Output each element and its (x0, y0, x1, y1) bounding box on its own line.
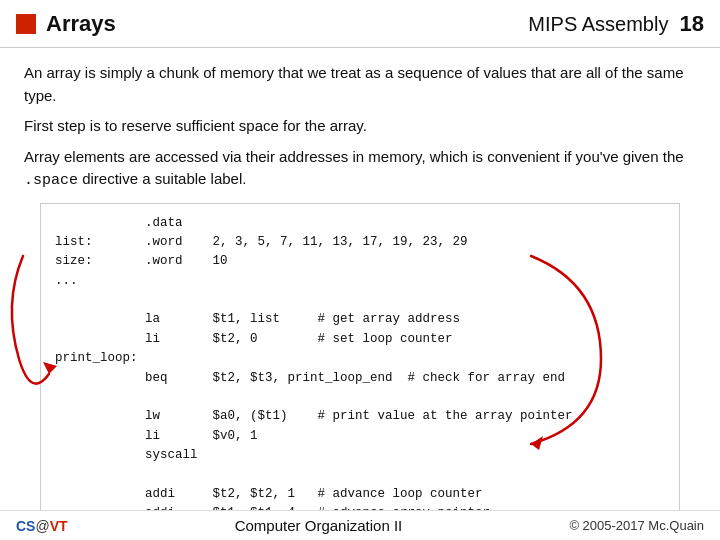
footer-cs: CS (16, 518, 35, 534)
code-block: .data list: .word 2, 3, 5, 7, 11, 13, 17… (40, 203, 680, 541)
slide-content: An array is simply a chunk of memory tha… (0, 48, 720, 540)
header: Arrays MIPS Assembly 18 (0, 0, 720, 48)
subject-label: MIPS Assembly (528, 13, 668, 35)
footer-center: Computer Organization II (235, 517, 403, 534)
paragraph-2: First step is to reserve sufficient spac… (24, 115, 696, 138)
footer-right: © 2005-2017 Mc.Quain (569, 518, 704, 533)
para3-end: directive a suitable label. (78, 170, 246, 187)
header-right: MIPS Assembly 18 (528, 11, 704, 37)
paragraph-1: An array is simply a chunk of memory tha… (24, 62, 696, 107)
footer: CS@VT Computer Organization II © 2005-20… (0, 510, 720, 540)
para3-start: Array elements are accessed via their ad… (24, 148, 684, 165)
header-left: Arrays (16, 11, 116, 37)
footer-at: @ (35, 518, 49, 534)
slide-number: 18 (680, 11, 704, 36)
footer-vt: VT (50, 518, 68, 534)
para3-code: .space (24, 172, 78, 189)
intro-paragraphs: An array is simply a chunk of memory tha… (24, 62, 696, 193)
red-square-icon (16, 14, 36, 34)
paragraph-3: Array elements are accessed via their ad… (24, 146, 696, 193)
code-content: .data list: .word 2, 3, 5, 7, 11, 13, 17… (55, 214, 665, 541)
slide-title: Arrays (46, 11, 116, 37)
footer-left: CS@VT (16, 518, 68, 534)
